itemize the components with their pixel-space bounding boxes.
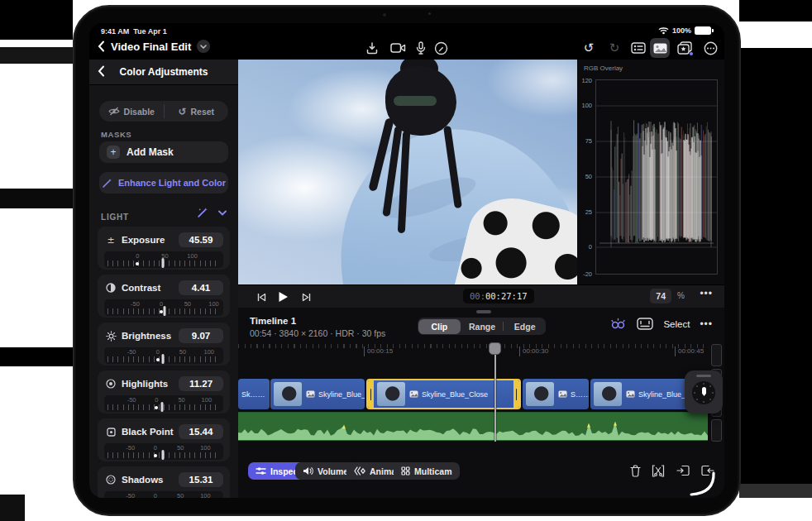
scale-label: 0 (154, 444, 157, 452)
viewer-preview[interactable] (238, 60, 577, 284)
scale-label: 100 (187, 252, 198, 260)
exposure-icon: ± (104, 235, 117, 246)
project-title[interactable]: Video Final Edit (111, 41, 191, 53)
control-contrast: Contrast 4.41 -50050100 (98, 275, 230, 318)
blade-button[interactable] (649, 461, 667, 480)
highlights-slider[interactable]: -50050100 (104, 395, 223, 412)
timeline-ruler[interactable]: 00:00:15 00:00:30 00:00:45 (238, 344, 708, 357)
timeline-more-button[interactable]: ••• (700, 318, 713, 330)
shadows-slider[interactable]: -50050100 (104, 491, 223, 498)
timeline-settings-button[interactable] (628, 38, 648, 58)
brightness-icon (104, 331, 117, 342)
mode-range[interactable]: Range (461, 319, 504, 334)
title-menu-button[interactable] (197, 40, 210, 53)
jog-dial[interactable] (692, 381, 715, 404)
slider-handle[interactable] (163, 306, 165, 316)
enhance-button[interactable]: Enhance Light and Color (99, 172, 228, 194)
contrast-slider[interactable]: -50050100 (104, 299, 223, 316)
previous-frame-button[interactable] (253, 289, 270, 305)
highlights-value[interactable]: 11.27 (179, 376, 223, 391)
background-fragment (739, 484, 812, 498)
disable-button[interactable]: Disable (99, 101, 164, 122)
ipad-device: 9:41 AM Tue Apr 1 100% Video Final Edit (73, 5, 741, 516)
reset-button[interactable]: ↺ Reset (165, 101, 229, 122)
timeline-clip[interactable]: S…… (523, 379, 589, 409)
collapse-chevron-icon[interactable] (218, 210, 227, 216)
more-options-button[interactable] (700, 38, 720, 58)
clip-name: S…… (571, 390, 589, 399)
delete-button[interactable] (626, 461, 644, 480)
auto-enhance-icon[interactable] (197, 207, 208, 218)
background-fragment (0, 347, 73, 366)
snapping-icon[interactable] (609, 318, 627, 330)
back-chevron-icon[interactable] (98, 41, 105, 52)
effects-browser-button[interactable] (675, 38, 695, 58)
trim-handle-left[interactable] (368, 380, 374, 408)
resize-handle[interactable] (476, 310, 491, 313)
control-label: Exposure (122, 235, 179, 245)
media-browser-icon (653, 43, 667, 54)
contrast-value[interactable]: 4.41 (179, 280, 223, 295)
exposure-value[interactable]: 45.59 (179, 232, 223, 247)
slider-handle[interactable] (160, 402, 163, 412)
percent-label: % (677, 291, 685, 300)
light-heading: LIGHT (101, 213, 129, 222)
timecode-display[interactable]: 00:00:27:17 (463, 289, 534, 304)
brightness-value[interactable]: 9.07 (179, 328, 223, 343)
scale-label: 50 (177, 444, 184, 452)
background-fragment (0, 0, 73, 40)
pencil-tools-button[interactable] (431, 38, 451, 58)
undo-icon: ↺ (584, 41, 595, 55)
brightness-slider[interactable]: -50050100 (104, 347, 223, 364)
audio-track[interactable] (238, 412, 708, 441)
slider-handle[interactable] (161, 258, 164, 268)
scale-label: 100 (200, 444, 211, 452)
add-mask-button[interactable]: + Add Mask (99, 141, 228, 163)
timeline-clip[interactable]: Skyline_Blue_Wide (270, 379, 365, 409)
microphone-icon (416, 41, 426, 55)
play-button[interactable] (275, 289, 291, 305)
inspector-icon (631, 42, 646, 54)
background-fragment (0, 47, 73, 64)
trim-handle-right[interactable] (513, 380, 519, 408)
clip-appearance-icon[interactable] (637, 318, 653, 330)
timeline-area: Timeline 1 00:54 · 3840 × 2160 · HDR · 3… (238, 308, 724, 498)
select-tool-button[interactable]: Select (663, 319, 690, 329)
contrast-icon (104, 283, 117, 293)
black-point-slider[interactable]: -50050100 (104, 443, 223, 460)
scope-tick: 100 (580, 102, 592, 109)
speaker-icon (303, 466, 313, 476)
multicam-button[interactable]: Multicam (394, 462, 460, 480)
viewer-more-button[interactable]: ••• (700, 288, 713, 299)
ruler-label: 00:00:30 (519, 347, 548, 356)
media-browser-button[interactable] (650, 38, 670, 58)
clip-thumbnail (377, 382, 405, 406)
timeline-clip-selected[interactable]: Skyline_Blue_Close (366, 379, 521, 409)
redo-button[interactable]: ↻ (604, 38, 624, 58)
jog-wheel[interactable] (685, 370, 723, 413)
timecode-hours: 00: (470, 291, 485, 301)
timeline-name: Timeline 1 (250, 316, 296, 326)
record-video-button[interactable] (388, 38, 408, 58)
record-audio-button[interactable] (411, 38, 431, 58)
exposure-slider[interactable]: 050100 (104, 251, 223, 268)
import-button[interactable] (362, 38, 382, 58)
mode-clip[interactable]: Clip (418, 319, 461, 334)
viewer-zoom-value[interactable]: 74 (650, 289, 671, 304)
slider-handle[interactable] (161, 354, 164, 364)
scale-label: 100 (208, 300, 219, 308)
playhead-handle[interactable] (489, 342, 501, 355)
slider-handle[interactable] (162, 450, 165, 460)
status-time-date: 9:41 AM Tue Apr 1 (101, 27, 167, 36)
shadows-value[interactable]: 15.31 (179, 472, 223, 487)
clip-thumbnail (526, 382, 554, 406)
scale-label: -50 (126, 444, 135, 452)
scope-tick: 50 (580, 173, 592, 180)
black-point-value[interactable]: 15.44 (179, 424, 223, 439)
desktop-background: 9:41 AM Tue Apr 1 100% Video Final Edit (0, 0, 812, 521)
mode-edge[interactable]: Edge (504, 319, 546, 334)
timeline-clip[interactable]: Sk…… (238, 379, 270, 409)
undo-button[interactable]: ↺ (579, 38, 599, 58)
next-frame-button[interactable] (298, 289, 314, 305)
clip-name: Sk…… (241, 390, 265, 399)
